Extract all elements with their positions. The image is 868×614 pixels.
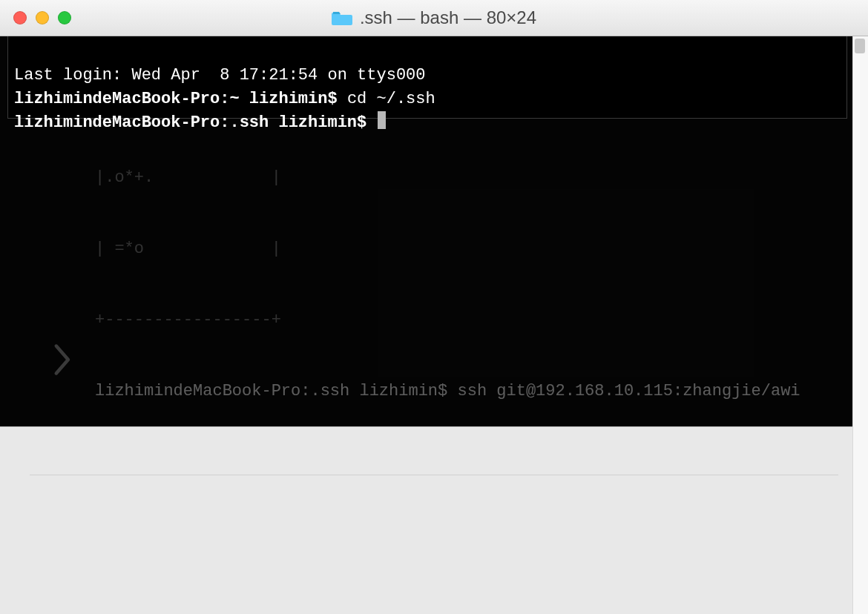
bg-line-2: | =*o | [95,237,868,261]
folder-icon [332,10,352,26]
bottom-panel [0,426,868,614]
term-line-1: Last login: Wed Apr 8 17:21:54 on ttys00… [14,66,426,85]
bottom-divider [30,475,838,475]
window-title-area: .ssh — bash — 80×24 [0,7,868,28]
term-cmd-1: cd ~/.ssh [347,90,435,108]
scrollbar[interactable] [852,36,868,614]
scrollbar-thumb[interactable] [855,39,865,53]
window-title: .ssh — bash — 80×24 [360,7,536,28]
bg-line-3: +-----------------+ [95,308,868,332]
term-prompt-2: lizhimindeMacBook-Pro:.ssh lizhimin$ [14,113,376,132]
app-frame: |.o*+. | | =*o | +-----------------+ liz… [0,0,868,614]
cursor [378,111,386,129]
bg-line-4: lizhimindeMacBook-Pro:.ssh lizhimin$ ssh… [95,380,868,403]
terminal[interactable]: Last login: Wed Apr 8 17:21:54 on ttys00… [7,36,847,119]
bg-line-1: |.o*+. | [95,166,868,190]
titlebar[interactable]: .ssh — bash — 80×24 [0,0,868,36]
term-prompt-1: lizhimindeMacBook-Pro:~ lizhimin$ [14,90,347,108]
